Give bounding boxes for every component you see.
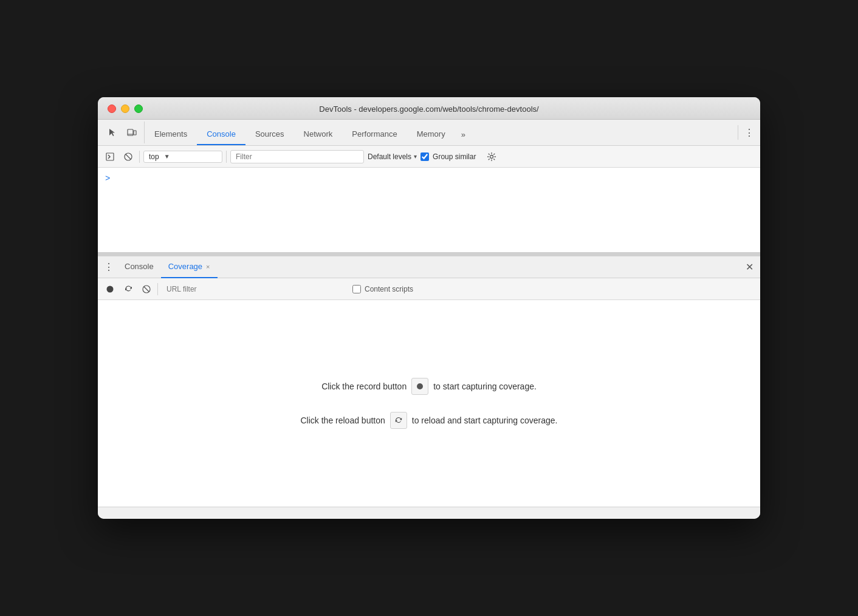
levels-arrow: ▾ (414, 153, 417, 160)
tab-console[interactable]: Console (197, 123, 245, 145)
group-similar-label: Group similar (433, 152, 476, 161)
bottom-panel: ⋮ Console Coverage × ✕ (98, 256, 760, 507)
more-tabs-button[interactable]: » (455, 123, 472, 145)
title-bar: DevTools - developers.google.com/web/too… (98, 97, 760, 120)
nav-separator (738, 125, 738, 140)
content-scripts-area: Content scripts (352, 285, 413, 293)
devtools-window: DevTools - developers.google.com/web/too… (98, 97, 760, 519)
record-button-inline (411, 378, 428, 395)
coverage-content: Click the record button to start capturi… (98, 300, 760, 507)
console-settings-button[interactable] (484, 149, 499, 164)
reload-coverage-button[interactable] (121, 282, 136, 296)
bottom-tabs-bar: ⋮ Console Coverage × ✕ (98, 256, 760, 278)
close-button[interactable] (108, 104, 116, 113)
tab-network[interactable]: Network (294, 123, 343, 145)
tab-performance[interactable]: Performance (342, 123, 407, 145)
content-scripts-checkbox[interactable] (352, 285, 361, 293)
filter-input[interactable] (230, 150, 364, 163)
coverage-hint-reload: Click the reload button to reload and st… (300, 412, 557, 429)
console-prompt: > (105, 174, 110, 183)
traffic-lights (108, 104, 143, 113)
tab-sources[interactable]: Sources (245, 123, 294, 145)
devtools-nav-icons (100, 121, 145, 143)
svg-rect-1 (134, 131, 136, 135)
context-arrow: ▼ (164, 153, 170, 160)
window-title: DevTools - developers.google.com/web/too… (319, 104, 538, 114)
coverage-toolbar: Content scripts (98, 278, 760, 300)
status-bar (98, 507, 760, 519)
bottom-panel-menu[interactable]: ⋮ (100, 259, 117, 276)
show-console-messages-button[interactable] (103, 149, 117, 164)
svg-point-7 (107, 286, 114, 292)
maximize-button[interactable] (134, 104, 143, 113)
device-toolbar-button[interactable] (123, 124, 140, 141)
group-similar-area: Group similar (420, 152, 476, 161)
url-filter-input[interactable] (162, 283, 344, 295)
record-coverage-button[interactable] (103, 282, 117, 296)
reload-button-inline (390, 412, 407, 429)
toolbar-sep-1 (139, 151, 140, 163)
devtools-tabs: Elements Console Sources Network Perform… (145, 120, 735, 145)
select-element-button[interactable] (104, 124, 121, 141)
bottom-tab-console[interactable]: Console (117, 256, 161, 278)
clear-coverage-button[interactable] (139, 282, 154, 296)
minimize-button[interactable] (121, 104, 129, 113)
group-similar-checkbox[interactable] (420, 152, 429, 161)
svg-point-6 (490, 155, 493, 158)
content-scripts-label: Content scripts (365, 285, 413, 293)
clear-console-button[interactable] (121, 149, 136, 164)
levels-dropdown[interactable]: Default levels ▾ (368, 152, 417, 161)
svg-line-9 (144, 287, 149, 292)
coverage-tab-close[interactable]: × (206, 263, 210, 270)
toolbar-sep-2 (226, 151, 227, 163)
tab-elements[interactable]: Elements (145, 123, 197, 145)
coverage-sep (157, 283, 158, 295)
bottom-tab-coverage[interactable]: Coverage × (161, 256, 218, 278)
console-toolbar: top ▼ Default levels ▾ Group similar (98, 146, 760, 168)
svg-point-10 (417, 383, 423, 389)
console-output[interactable]: > (98, 168, 760, 253)
context-selector[interactable]: top ▼ (143, 151, 222, 163)
tab-memory[interactable]: Memory (407, 123, 455, 145)
bottom-panel-close-button[interactable]: ✕ (741, 259, 758, 276)
devtools-menu-button[interactable]: ⋮ (741, 124, 758, 141)
coverage-hint-record: Click the record button to start capturi… (321, 378, 537, 395)
svg-line-5 (126, 154, 131, 159)
devtools-nav: Elements Console Sources Network Perform… (98, 120, 760, 146)
